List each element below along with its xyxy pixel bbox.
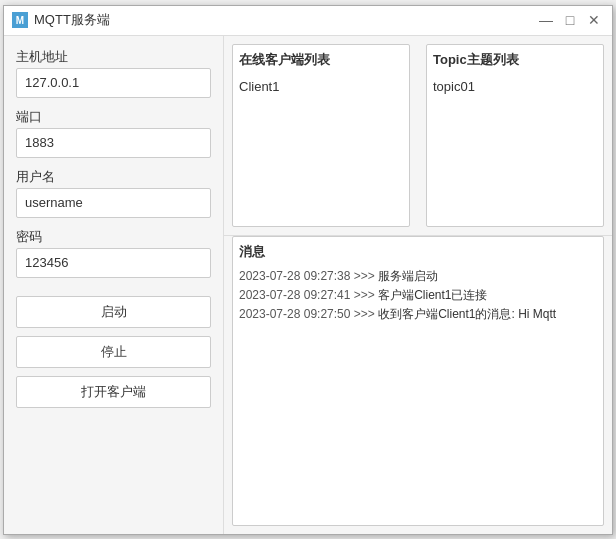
- password-field-group: 密码: [16, 228, 211, 278]
- maximize-button[interactable]: □: [560, 10, 580, 30]
- host-field-group: 主机地址: [16, 48, 211, 98]
- close-button[interactable]: ✕: [584, 10, 604, 30]
- top-right-panels: 在线客户端列表 Client1 Topic主题列表 topic01: [224, 36, 612, 236]
- message-line-1: 2023-07-28 09:27:38 >>> 服务端启动: [239, 267, 597, 286]
- open-client-button[interactable]: 打开客户端: [16, 376, 211, 408]
- client-list-title: 在线客户端列表: [239, 51, 403, 71]
- window-controls: — □ ✕: [536, 10, 604, 30]
- message-line-3: 2023-07-28 09:27:50 >>> 收到客户端Client1的消息:…: [239, 305, 597, 324]
- main-content: 主机地址 端口 用户名 密码 启动 停止 打开客户端: [4, 36, 612, 534]
- port-input[interactable]: [16, 128, 211, 158]
- password-label: 密码: [16, 228, 211, 246]
- stop-button[interactable]: 停止: [16, 336, 211, 368]
- host-input[interactable]: [16, 68, 211, 98]
- port-label: 端口: [16, 108, 211, 126]
- message-line-2: 2023-07-28 09:27:41 >>> 客户端Client1已连接: [239, 286, 597, 305]
- title-bar: M MQTT服务端 — □ ✕: [4, 6, 612, 36]
- messages-content: 2023-07-28 09:27:38 >>> 服务端启动 2023-07-28…: [239, 267, 597, 519]
- topic-list-title: Topic主题列表: [433, 51, 597, 71]
- username-field-group: 用户名: [16, 168, 211, 218]
- password-input[interactable]: [16, 248, 211, 278]
- right-panel: 在线客户端列表 Client1 Topic主题列表 topic01 消息 202…: [224, 36, 612, 534]
- messages-title: 消息: [239, 243, 597, 261]
- minimize-button[interactable]: —: [536, 10, 556, 30]
- left-panel: 主机地址 端口 用户名 密码 启动 停止 打开客户端: [4, 36, 224, 534]
- messages-panel: 消息 2023-07-28 09:27:38 >>> 服务端启动 2023-07…: [232, 236, 604, 526]
- username-label: 用户名: [16, 168, 211, 186]
- client-list-item: Client1: [239, 77, 403, 96]
- topic-list-panel: Topic主题列表 topic01: [426, 44, 604, 227]
- main-window: M MQTT服务端 — □ ✕ 主机地址 端口 用户名 密码: [3, 5, 613, 535]
- host-label: 主机地址: [16, 48, 211, 66]
- topic-list-item: topic01: [433, 77, 597, 96]
- start-button[interactable]: 启动: [16, 296, 211, 328]
- app-icon: M: [12, 12, 28, 28]
- window-title: MQTT服务端: [34, 11, 536, 29]
- username-input[interactable]: [16, 188, 211, 218]
- port-field-group: 端口: [16, 108, 211, 158]
- client-list-panel: 在线客户端列表 Client1: [232, 44, 410, 227]
